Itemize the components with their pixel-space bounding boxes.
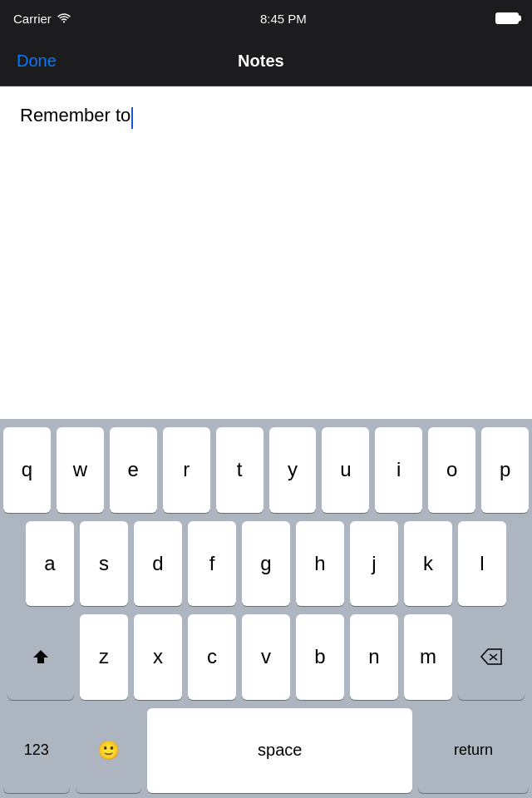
key-v[interactable]: v [242, 614, 290, 700]
keyboard-row-3: z x c v b n m [3, 614, 529, 700]
key-q[interactable]: q [3, 427, 51, 513]
key-o[interactable]: o [428, 427, 475, 513]
battery-icon [495, 12, 519, 24]
carrier-info: Carrier [13, 12, 71, 26]
key-y[interactable]: y [269, 427, 317, 513]
done-button[interactable]: Done [17, 52, 57, 71]
emoji-key[interactable]: 🙂 [76, 708, 142, 794]
key-h[interactable]: h [296, 521, 344, 607]
status-bar: Carrier 8:45 PM [0, 0, 532, 37]
key-s[interactable]: s [80, 521, 128, 607]
status-time: 8:45 PM [260, 12, 307, 26]
key-b[interactable]: b [296, 614, 344, 700]
key-e[interactable]: e [110, 427, 157, 513]
key-r[interactable]: r [163, 427, 210, 513]
note-text: Remember to [20, 105, 131, 126]
wifi-icon [57, 12, 71, 26]
key-z[interactable]: z [80, 614, 128, 700]
key-n[interactable]: n [350, 614, 398, 700]
battery-area [495, 12, 519, 24]
key-d[interactable]: d [134, 521, 182, 607]
key-j[interactable]: j [350, 521, 398, 607]
return-key[interactable]: return [418, 708, 529, 794]
nav-title: Notes [238, 52, 284, 71]
space-key[interactable]: space [147, 708, 412, 794]
key-a[interactable]: a [26, 521, 74, 607]
keyboard-row-4: 123 🙂 space return [3, 708, 529, 794]
key-x[interactable]: x [134, 614, 182, 700]
key-c[interactable]: c [188, 614, 236, 700]
key-l[interactable]: l [458, 521, 506, 607]
key-f[interactable]: f [188, 521, 236, 607]
backspace-key[interactable] [458, 614, 525, 700]
note-content-area[interactable]: Remember to [0, 86, 532, 419]
key-m[interactable]: m [404, 614, 452, 700]
keyboard: q w e r t y u i o p a s d f g h j k l z … [0, 419, 532, 798]
key-i[interactable]: i [375, 427, 422, 513]
key-t[interactable]: t [216, 427, 264, 513]
key-k[interactable]: k [404, 521, 452, 607]
shift-key[interactable] [7, 614, 74, 700]
nav-bar: Done Notes [0, 37, 532, 86]
key-g[interactable]: g [242, 521, 290, 607]
key-p[interactable]: p [481, 427, 529, 513]
numbers-key[interactable]: 123 [3, 708, 70, 794]
key-w[interactable]: w [57, 427, 104, 513]
carrier-label: Carrier [13, 12, 52, 26]
keyboard-row-1: q w e r t y u i o p [3, 427, 529, 513]
text-cursor [131, 107, 133, 129]
keyboard-row-2: a s d f g h j k l [3, 521, 529, 607]
key-u[interactable]: u [322, 427, 369, 513]
